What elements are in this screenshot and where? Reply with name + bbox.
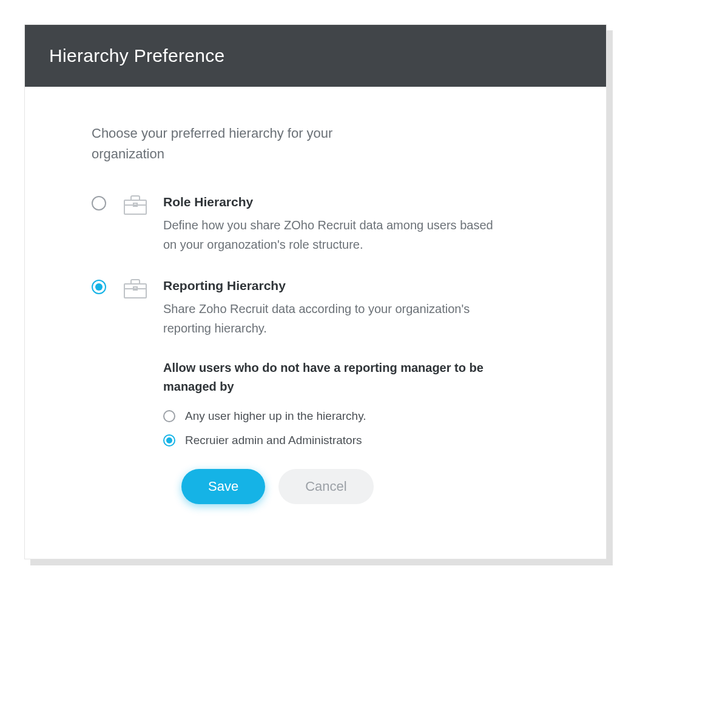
svg-rect-0 bbox=[124, 200, 146, 214]
sub-option-any-user[interactable]: Any user higher up in the hierarchy. bbox=[163, 410, 503, 423]
save-button[interactable]: Save bbox=[181, 469, 265, 504]
option-reporting-hierarchy: Reporting Hierarchy Share Zoho Recruit d… bbox=[92, 278, 564, 504]
option-content: Reporting Hierarchy Share Zoho Recruit d… bbox=[163, 278, 503, 504]
modal-header: Hierarchy Preference bbox=[25, 25, 606, 87]
modal-title: Hierarchy Preference bbox=[49, 46, 582, 66]
option-description: Define how you share ZOho Recruit data a… bbox=[163, 215, 503, 254]
option-role-hierarchy: Role Hierarchy Define how you share ZOho… bbox=[92, 195, 564, 254]
modal-body: Choose your preferred hierarchy for your… bbox=[25, 87, 606, 559]
sub-option-label: Any user higher up in the hierarchy. bbox=[185, 410, 366, 423]
radio-recruiter-admin[interactable] bbox=[163, 434, 175, 447]
button-row: Save Cancel bbox=[181, 469, 503, 504]
hierarchy-preference-modal: Hierarchy Preference Choose your preferr… bbox=[24, 24, 607, 559]
radio-reporting-hierarchy[interactable] bbox=[92, 280, 106, 294]
cancel-button[interactable]: Cancel bbox=[278, 469, 373, 504]
svg-rect-3 bbox=[124, 284, 146, 298]
option-description: Share Zoho Recruit data according to you… bbox=[163, 299, 503, 338]
sub-heading: Allow users who do not have a reporting … bbox=[163, 359, 503, 396]
radio-any-user[interactable] bbox=[163, 410, 175, 422]
option-title: Reporting Hierarchy bbox=[163, 278, 503, 293]
option-title: Role Hierarchy bbox=[163, 195, 503, 209]
option-content: Role Hierarchy Define how you share ZOho… bbox=[163, 195, 503, 254]
radio-role-hierarchy[interactable] bbox=[92, 196, 106, 211]
briefcase-icon bbox=[123, 277, 150, 302]
sub-option-label: Recruier admin and Administrators bbox=[185, 434, 362, 447]
briefcase-icon bbox=[123, 194, 150, 218]
intro-text: Choose your preferred hierarchy for your… bbox=[92, 123, 383, 164]
sub-option-recruiter-admin[interactable]: Recruier admin and Administrators bbox=[163, 434, 503, 447]
